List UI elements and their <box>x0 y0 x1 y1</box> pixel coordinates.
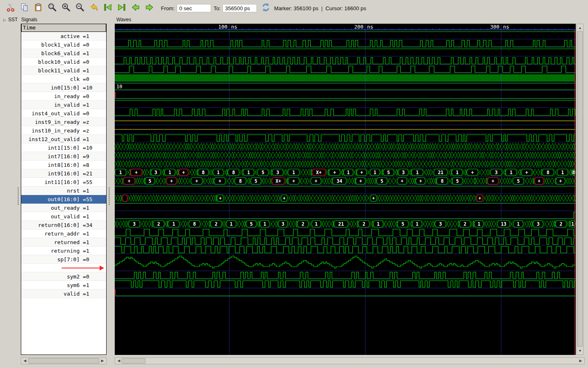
waves-scroll-thumb[interactable] <box>122 358 145 364</box>
pane-splitter-left[interactable] <box>17 186 19 205</box>
wave-trace-int9160[interactable]: 1+31+8181531X++1+1531211+31+818 <box>115 168 576 177</box>
signals-scroll-right-button[interactable]: ▶ <box>100 358 105 364</box>
wave-trace-int8160[interactable] <box>115 159 576 168</box>
wave-trace-valid[interactable] <box>115 288 576 297</box>
signal-row-int8160[interactable]: int8[16:0] =8 <box>21 161 106 169</box>
signal-row-in_ready[interactable]: in_ready =0 <box>21 92 106 101</box>
zoom-fit-icon[interactable] <box>47 2 57 12</box>
waves-scroll-down-button[interactable]: ▼ <box>577 348 583 354</box>
wave-trace-nrst[interactable] <box>115 185 576 194</box>
signal-row-out_valid[interactable]: out_valid =1 <box>21 212 106 221</box>
wave-trace-inst9_in_ready[interactable] <box>115 117 576 125</box>
wave-trace-returning[interactable] <box>115 245 576 254</box>
signal-row-int7160[interactable]: int7[16:0] =9 <box>21 152 106 161</box>
signal-row-block10_valid[interactable]: block10_valid =0 <box>21 58 106 66</box>
wave-trace-in0150[interactable]: 10 <box>115 82 576 91</box>
step-left-icon[interactable] <box>131 2 140 12</box>
waves-canvas[interactable]: 100ns200ns300ns 101+31+8181531X++1+15312… <box>115 24 576 355</box>
signal-row-int9160[interactable]: int9[16:0] =21 <box>21 169 106 178</box>
signal-row-inst4_out_valid[interactable]: inst4_out_valid =0 <box>21 109 106 118</box>
signal-row-block1_valid[interactable]: block1_valid =0 <box>21 40 106 49</box>
zoom-out-icon[interactable] <box>75 2 85 12</box>
signal-row-int1150[interactable]: int1[15:0] =10 <box>21 144 106 152</box>
signals-scroll-thumb[interactable] <box>28 358 99 364</box>
signals-horizontal-scrollbar[interactable]: ◀▶ <box>21 357 107 364</box>
wave-trace-out_ready[interactable] <box>115 202 576 211</box>
signal-row-in_valid[interactable]: in_valid =1 <box>21 101 106 109</box>
copy-icon[interactable] <box>20 2 29 12</box>
wave-trace-return_addr[interactable] <box>115 228 576 237</box>
wave-trace-returned[interactable] <box>115 237 576 245</box>
wave-trace-inst12_out_valid[interactable] <box>115 134 576 142</box>
signal-row-inst10_in_ready[interactable]: inst10_in_ready =z <box>21 126 106 135</box>
signal-row-sym2[interactable]: sym2 =0 <box>21 272 106 281</box>
signal-row-sym6[interactable]: sym6 =1 <box>21 281 106 289</box>
wave-trace-sym6[interactable] <box>115 280 576 288</box>
jump-to-start-icon[interactable] <box>103 2 113 12</box>
signal-row-clk[interactable]: clk =0 <box>21 75 106 83</box>
wave-trace-block6_valid[interactable] <box>115 48 576 56</box>
wave-trace-int7160[interactable] <box>115 151 576 159</box>
wave-trace-int11160[interactable]: +5+++85X+++34+5++85+5++ <box>115 177 576 185</box>
wave-trace-active[interactable] <box>115 31 576 39</box>
signal-row-active[interactable]: active =1 <box>21 32 106 40</box>
wave-trace-clk[interactable] <box>115 74 576 82</box>
signals-scroll-left-button[interactable]: ◀ <box>22 358 28 364</box>
signal-row-out_ready[interactable]: out_ready =1 <box>21 204 106 212</box>
wave-trace-sym2[interactable] <box>115 271 576 280</box>
waves-scroll-right-button[interactable]: ▶ <box>578 358 584 364</box>
to-input[interactable] <box>223 4 257 12</box>
wave-trace-out0160[interactable]: ++++ <box>115 194 576 202</box>
signal-row-block6_valid[interactable]: block6_valid =1 <box>21 49 106 58</box>
signal-row-inst12_out_valid[interactable]: inst12_out_valid =1 <box>21 135 106 144</box>
signal-row-valid[interactable]: valid =1 <box>21 289 106 298</box>
wave-trace-out_valid[interactable] <box>115 211 576 220</box>
svg-text:1: 1 <box>416 221 419 227</box>
paste-icon[interactable] <box>33 2 43 12</box>
waves-vertical-scrollbar[interactable]: ▲▼ <box>577 24 584 355</box>
sst-expander-icon[interactable]: ▷ <box>3 18 6 22</box>
time-column-header[interactable]: Time <box>21 24 106 32</box>
timeline-ruler[interactable]: 100ns200ns300ns <box>115 24 576 31</box>
wave-trace-in_ready[interactable] <box>115 91 576 99</box>
waves-vertical-thumb[interactable] <box>577 31 583 347</box>
sst-tree[interactable]: ▷SST <box>3 17 18 22</box>
svg-text:1: 1 <box>510 170 512 175</box>
signal-row-return0160[interactable]: return0[16:0] =34 <box>21 221 106 229</box>
wave-trace-inst10_in_ready[interactable] <box>115 125 576 134</box>
waves-horizontal-scrollbar[interactable]: ◀▶ <box>115 357 585 364</box>
signal-row-returning[interactable]: returning =1 <box>21 247 106 255</box>
wave-trace-int1150[interactable] <box>115 142 576 151</box>
pane-splitter-right[interactable] <box>108 186 110 205</box>
wave-trace-block1_valid[interactable] <box>115 39 576 48</box>
primary-marker-line[interactable] <box>575 30 575 355</box>
signal-row-nrst[interactable]: nrst =1 <box>21 186 106 195</box>
wave-trace-in_valid[interactable] <box>115 99 576 108</box>
wave-trace-inst4_out_valid[interactable] <box>115 108 576 117</box>
signal-row-sp70[interactable]: sp[7:0] =0 <box>21 255 106 264</box>
cut-icon[interactable] <box>6 2 16 12</box>
signal-row-returned[interactable]: returned =1 <box>21 238 106 247</box>
from-input[interactable] <box>177 4 211 12</box>
jump-to-end-icon[interactable] <box>117 2 127 12</box>
reload-icon[interactable] <box>261 2 271 14</box>
wave-trace-block10_valid[interactable] <box>115 56 576 65</box>
step-right-icon[interactable] <box>145 2 154 12</box>
signal-row-out0160[interactable]: out0[16:0] =55 <box>21 195 106 204</box>
wave-trace-sp70[interactable] <box>115 254 576 271</box>
svg-text:2: 2 <box>363 221 365 227</box>
wave-trace-block11_valid[interactable] <box>115 65 576 74</box>
signal-row-int11160[interactable]: int11[16:0] =55 <box>21 178 106 186</box>
signal-row-inst9_in_ready[interactable]: inst9_in_ready =z <box>21 118 106 126</box>
signal-row-in0150[interactable]: in0[15:0] =10 <box>21 83 106 92</box>
signal-row-block11_valid[interactable]: block11_valid =1 <box>21 66 106 75</box>
undo-icon[interactable] <box>89 2 99 12</box>
wave-trace-return0160[interactable]: 32182151321212151321131321 <box>115 220 576 228</box>
waves-scroll-up-button[interactable]: ▲ <box>577 25 583 31</box>
waves-scroll-left-button[interactable]: ◀ <box>116 358 122 364</box>
svg-text:1: 1 <box>561 170 564 175</box>
cursor-text: Cursor: 16600 ps <box>325 5 366 11</box>
zoom-in-icon[interactable] <box>61 2 71 12</box>
svg-text:3: 3 <box>439 221 442 227</box>
signal-row-return_addr[interactable]: return_addr =1 <box>21 229 106 238</box>
